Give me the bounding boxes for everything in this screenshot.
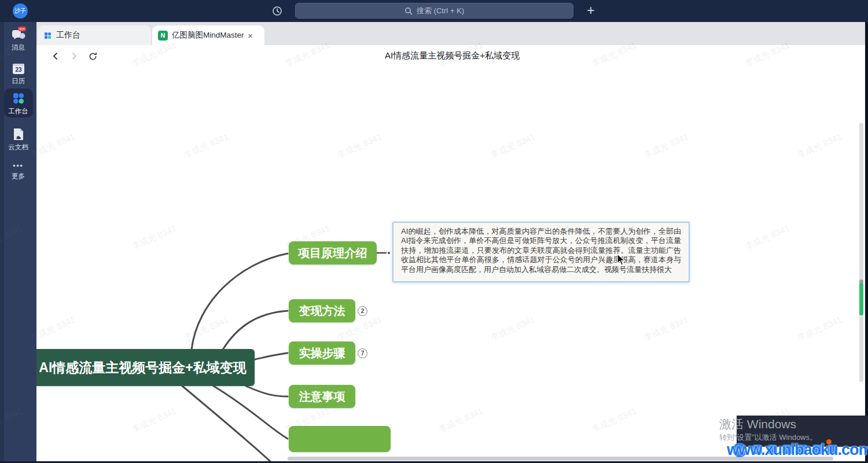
top-bar: 沙子 搜索 (Ctrl + K) + (0, 0, 868, 22)
more-icon: ••• (13, 162, 24, 170)
app-window: 沙子 搜索 (Ctrl + K) + 消息 23 日历 (0, 0, 868, 463)
svg-text:23: 23 (15, 67, 22, 73)
collapsed-count-badge[interactable]: 7 (358, 348, 367, 358)
tab-mindmaster[interactable]: N 亿图脑图MindMaster × (152, 25, 264, 45)
sidebar-item-label: 云文档 (8, 143, 28, 152)
chat-icon (10, 27, 27, 42)
vertical-scrollbar-thumb[interactable] (859, 283, 863, 315)
workbench-icon (12, 91, 25, 105)
mindmap-canvas[interactable]: AI情感流量主视频号掘金+私域变现 项目原理介绍 变现方法 2 实操步骤 7 注… (36, 67, 868, 463)
collapsed-count-badge[interactable]: 2 (358, 306, 367, 316)
workbench-tab-icon (43, 31, 52, 40)
sidebar-item-clouddocs[interactable]: 云文档 (0, 127, 36, 152)
sidebar-item-messages[interactable]: 消息 (0, 27, 36, 52)
mindmap-root-node[interactable]: AI情感流量主视频号掘金+私域变现 (36, 349, 255, 386)
mouse-cursor (617, 253, 627, 266)
vertical-scrollbar-track[interactable] (859, 123, 863, 382)
new-tab-button[interactable]: + (583, 2, 598, 19)
sidebar-item-calendar[interactable]: 23 日历 (0, 63, 36, 86)
cloud-doc-icon (12, 127, 25, 141)
calendar-icon: 23 (12, 63, 25, 75)
nav-bar: AI情感流量主视频号掘金+私域变现 (36, 45, 868, 67)
mindmap-node-steps[interactable]: 实操步骤 (289, 341, 355, 365)
document-title: AI情感流量主视频号掘金+私域变现 (36, 50, 868, 61)
search-icon (404, 7, 413, 15)
history-icon[interactable] (271, 5, 284, 17)
mindmap-node-principle[interactable]: 项目原理介绍 (289, 241, 377, 264)
tab-workbench[interactable]: 工作台 (38, 25, 151, 45)
search-input[interactable]: 搜索 (Ctrl + K) (295, 3, 573, 19)
sidebar-item-workbench[interactable]: 工作台 (0, 91, 36, 116)
tab-label: 工作台 (56, 30, 80, 41)
tab-bar: 工作台 N 亿图脑图MindMaster × (36, 22, 868, 45)
user-avatar[interactable]: 沙子 (13, 3, 28, 19)
site-watermark-text: www.xunibaoku.com (727, 441, 868, 459)
mindmap-note-box[interactable]: AI的崛起，创作成本降低，对高质量内容产出的条件降低，不需要人为创作，全部由AI… (392, 222, 690, 282)
sidebar-item-label: 工作台 (8, 107, 28, 116)
tab-label: 亿图脑图MindMaster (172, 30, 244, 41)
sidebar-item-label: 消息 (12, 43, 25, 52)
mindmaster-logo-icon: N (158, 31, 168, 41)
mindmap-node-empty[interactable] (289, 426, 391, 452)
mindmap-node-monetize[interactable]: 变现方法 (289, 299, 355, 322)
sidebar-item-label: 日历 (12, 77, 25, 86)
sidebar-item-more[interactable]: ••• 更多 (0, 162, 36, 181)
window-right-edge (865, 22, 868, 463)
sidebar-edge (0, 22, 4, 463)
search-placeholder: 搜索 (Ctrl + K) (417, 6, 464, 16)
activate-windows-text: 激活 Windows (719, 416, 796, 432)
close-tab-icon[interactable]: × (248, 31, 253, 40)
sidebar-item-label: 更多 (12, 172, 25, 181)
mindmap-node-notes[interactable]: 注意事项 (289, 385, 355, 408)
